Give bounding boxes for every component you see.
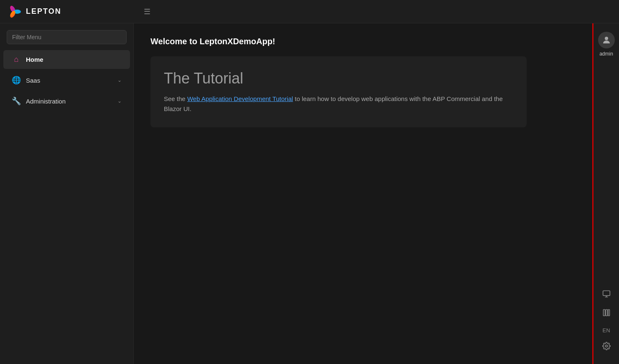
right-panel: admin EN	[592, 23, 619, 364]
app-header: LEPTON ☰	[0, 0, 619, 23]
logo-text: LEPTON	[26, 7, 61, 16]
tutorial-link[interactable]: Web Application Development Tutorial	[187, 95, 293, 102]
sidebar: ⌂ Home 🌐 Saas ⌄ 🔧 Administration ⌄	[0, 23, 134, 364]
administration-chevron-icon: ⌄	[117, 98, 122, 104]
monitor-icon[interactable]	[602, 290, 611, 300]
tutorial-text: See the Web Application Development Tuto…	[164, 94, 513, 114]
svg-point-3	[605, 37, 608, 40]
logo-area: LEPTON	[7, 4, 140, 19]
sidebar-item-home[interactable]: ⌂ Home	[3, 50, 130, 69]
main-content: Welcome to LeptonXDemoApp! The Tutorial …	[134, 23, 592, 364]
settings-icon[interactable]	[602, 342, 611, 352]
tutorial-text-before-link: See the	[164, 95, 187, 102]
sidebar-item-home-label: Home	[26, 56, 122, 63]
svg-point-10	[605, 345, 607, 347]
avatar	[598, 32, 615, 48]
right-panel-bottom: EN	[602, 290, 611, 359]
filter-menu-container	[0, 27, 133, 49]
language-selector[interactable]: EN	[602, 327, 610, 334]
sidebar-item-saas-label: Saas	[26, 77, 112, 84]
logo-icon	[7, 4, 22, 19]
sidebar-item-administration[interactable]: 🔧 Administration ⌄	[3, 91, 130, 111]
user-name-label: admin	[599, 51, 613, 57]
columns-icon[interactable]	[602, 308, 611, 319]
tutorial-card: The Tutorial See the Web Application Dev…	[150, 56, 527, 127]
svg-rect-8	[606, 310, 607, 316]
user-avatar-area[interactable]: admin	[598, 28, 615, 57]
wrench-icon: 🔧	[12, 96, 21, 106]
home-icon: ⌂	[12, 55, 21, 64]
globe-icon: 🌐	[12, 76, 21, 85]
main-layout: ⌂ Home 🌐 Saas ⌄ 🔧 Administration ⌄ Welco…	[0, 23, 619, 364]
user-avatar-icon	[601, 35, 611, 45]
filter-menu-input[interactable]	[7, 30, 127, 44]
svg-rect-7	[603, 310, 605, 316]
tutorial-heading: The Tutorial	[164, 70, 513, 87]
sidebar-item-saas[interactable]: 🌐 Saas ⌄	[3, 71, 130, 90]
sidebar-item-administration-label: Administration	[26, 98, 112, 105]
svg-rect-4	[603, 291, 610, 296]
saas-chevron-icon: ⌄	[117, 77, 122, 83]
page-title: Welcome to LeptonXDemoApp!	[150, 37, 576, 46]
svg-rect-9	[608, 310, 609, 316]
header-menu-icon[interactable]: ☰	[144, 7, 150, 16]
